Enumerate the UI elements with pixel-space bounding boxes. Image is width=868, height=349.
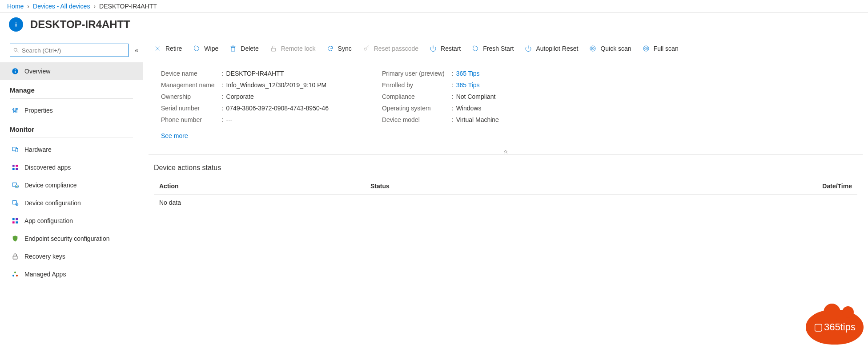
- property-value[interactable]: :365 Tips: [452, 70, 499, 77]
- property-label: Operating system: [382, 105, 449, 112]
- svg-rect-15: [12, 165, 15, 167]
- sidebar-item-device-configuration[interactable]: Device configuration: [0, 194, 143, 212]
- svg-rect-24: [12, 218, 15, 220]
- main-content: RetireWipeDeleteRemote lockSyncReset pas…: [143, 38, 868, 292]
- sync-button[interactable]: Sync: [322, 42, 356, 55]
- table-row-empty: No data: [154, 195, 857, 211]
- breadcrumb-devices[interactable]: Devices - All devices: [33, 3, 90, 10]
- retire-button[interactable]: Retire: [149, 42, 186, 55]
- svg-rect-14: [16, 148, 18, 152]
- property-value: :Not Compliant: [452, 93, 499, 100]
- svg-point-43: [590, 46, 595, 51]
- toolbar-label: Retire: [165, 45, 182, 52]
- breadcrumb-home[interactable]: Home: [7, 3, 24, 10]
- grid2-icon: [11, 217, 19, 225]
- toolbar-label: Remote lock: [281, 45, 316, 52]
- svg-line-40: [368, 46, 369, 47]
- svg-rect-34: [231, 47, 235, 51]
- svg-point-38: [364, 48, 366, 50]
- command-bar: RetireWipeDeleteRemote lockSyncReset pas…: [143, 38, 868, 59]
- property-label: Device name: [161, 70, 219, 77]
- svg-point-11: [15, 111, 16, 112]
- breadcrumb: Home › Devices - All devices › DESKTOP-I…: [0, 0, 868, 13]
- search-box[interactable]: [10, 44, 129, 57]
- property-value: :DESKTOP-IR4AHTT: [222, 70, 329, 77]
- toolbar-label: Autopilot Reset: [536, 45, 578, 52]
- svg-point-5: [15, 69, 16, 70]
- svg-point-10: [13, 109, 14, 110]
- full-scan-button[interactable]: Full scan: [638, 42, 683, 55]
- sidebar-item-managed-apps[interactable]: Managed Apps: [0, 265, 143, 283]
- property-label: Phone number: [161, 116, 219, 123]
- svg-point-30: [12, 275, 14, 276]
- property-label: Device model: [382, 116, 449, 123]
- col-action[interactable]: Action: [154, 178, 365, 195]
- svg-rect-27: [16, 221, 18, 223]
- fresh-start-button[interactable]: Fresh Start: [467, 42, 518, 55]
- sidebar-item-recovery-keys[interactable]: Recovery keys: [0, 248, 143, 265]
- sidebar-item-label: Device compliance: [24, 182, 77, 189]
- svg-point-47: [644, 47, 647, 50]
- sidebar-item-app-configuration[interactable]: App configuration: [0, 212, 143, 230]
- cluster-icon: [11, 270, 19, 278]
- svg-rect-17: [12, 168, 15, 170]
- delete-button[interactable]: Delete: [225, 42, 263, 55]
- collapse-chevron-icon[interactable]: [143, 148, 868, 154]
- restart-button[interactable]: Restart: [425, 42, 465, 55]
- svg-point-46: [643, 46, 649, 51]
- trash-icon: [229, 45, 237, 53]
- device-gear-icon: [11, 199, 19, 207]
- property-label: Serial number: [161, 105, 219, 112]
- wipe-button[interactable]: Wipe: [188, 42, 223, 55]
- sidebar-item-label: Managed Apps: [24, 271, 66, 278]
- sidebar-item-overview[interactable]: Overview: [0, 62, 143, 80]
- sidebar-item-discovered-apps[interactable]: Discovered apps: [0, 158, 143, 176]
- svg-point-45: [593, 48, 593, 49]
- collapse-icon[interactable]: «: [135, 47, 138, 54]
- sidebar: « Overview ManagePropertiesMonitorHardwa…: [0, 38, 143, 292]
- autopilot-reset-button[interactable]: Autopilot Reset: [520, 42, 583, 55]
- svg-point-0: [16, 22, 16, 23]
- svg-point-12: [16, 108, 18, 110]
- property-value: :Windows: [452, 105, 499, 112]
- sidebar-item-device-compliance[interactable]: Device compliance: [0, 176, 143, 194]
- property-value[interactable]: :365 Tips: [452, 81, 499, 89]
- toolbar-label: Full scan: [654, 45, 679, 52]
- sidebar-item-label: Properties: [24, 107, 53, 114]
- search-icon: [13, 47, 19, 53]
- svg-point-48: [646, 48, 646, 49]
- actions-table: Action Status Date/Time No data: [154, 178, 857, 211]
- quick-scan-button[interactable]: Quick scan: [584, 42, 635, 55]
- sidebar-item-label: Recovery keys: [24, 253, 65, 260]
- property-value: :---: [222, 116, 329, 123]
- sidebar-item-label: Discovered apps: [24, 164, 71, 171]
- x-icon: [154, 45, 162, 53]
- property-value: :Virtual Machine: [452, 116, 499, 123]
- sidebar-item-hardware[interactable]: Hardware: [0, 141, 143, 158]
- property-label: Compliance: [382, 93, 449, 100]
- see-more-link[interactable]: See more: [143, 128, 868, 148]
- svg-rect-1: [16, 24, 16, 27]
- sidebar-section-header: Monitor: [0, 119, 143, 135]
- sidebar-item-endpoint-security[interactable]: Endpoint security configuration: [0, 230, 143, 248]
- col-datetime[interactable]: Date/Time: [574, 178, 857, 195]
- sidebar-item-label: Device configuration: [24, 199, 81, 207]
- info-icon: [11, 67, 19, 75]
- lock-icon: [11, 252, 19, 260]
- svg-rect-37: [271, 48, 275, 51]
- svg-rect-6: [15, 71, 16, 73]
- power-icon: [429, 45, 437, 53]
- property-value: :Info_Windows_12/30/2019_9:10 PM: [222, 81, 329, 89]
- undo-icon: [471, 45, 479, 53]
- search-input[interactable]: [22, 47, 125, 54]
- svg-rect-25: [16, 218, 18, 220]
- remote-lock-button: Remote lock: [265, 42, 320, 55]
- no-data-text: No data: [154, 195, 857, 211]
- sidebar-item-properties[interactable]: Properties: [0, 101, 143, 119]
- property-label: Ownership: [161, 93, 219, 100]
- actions-section-title: Device actions status: [143, 155, 868, 176]
- toolbar-label: Wipe: [204, 45, 218, 52]
- sidebar-item-label: Overview: [24, 68, 50, 75]
- col-status[interactable]: Status: [365, 178, 574, 195]
- sidebar-item-label: Hardware: [24, 146, 52, 153]
